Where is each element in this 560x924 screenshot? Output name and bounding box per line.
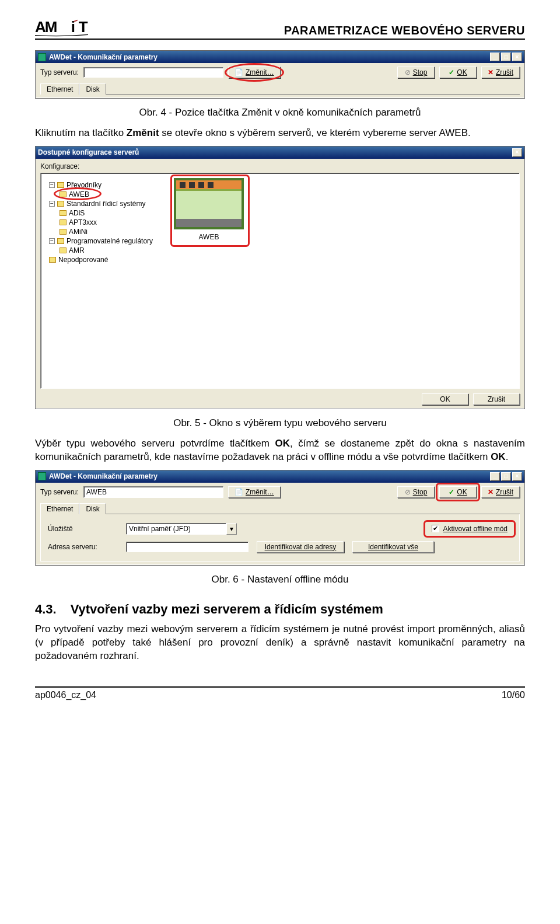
adresa-field[interactable] bbox=[126, 542, 249, 552]
ok-button[interactable]: ✓ OK bbox=[439, 486, 477, 498]
tree-item[interactable]: APT3xxx bbox=[69, 218, 97, 226]
folder-icon bbox=[60, 219, 66, 225]
zrusit-button[interactable]: ✕ Zrušit bbox=[481, 486, 520, 498]
figure-caption-5: Obr. 5 - Okno s výběrem typu webového se… bbox=[35, 417, 525, 429]
stop-button[interactable]: ⊘ Stop bbox=[397, 486, 435, 498]
tree-item[interactable]: AMR bbox=[69, 246, 85, 254]
folder-icon bbox=[60, 210, 66, 216]
close-icon[interactable]: × bbox=[512, 53, 522, 61]
uloziste-label: Úložiště bbox=[48, 525, 118, 533]
collapse-icon[interactable]: − bbox=[49, 238, 55, 244]
tree-item[interactable]: AMiNi bbox=[69, 228, 88, 236]
svg-text:T: T bbox=[79, 18, 88, 36]
folder-icon bbox=[57, 201, 64, 207]
zrusit-button[interactable]: Zrušit bbox=[473, 393, 520, 405]
identifikovat-adresy-button[interactable]: Identifikovat dle adresy bbox=[257, 541, 344, 553]
page-header-title: PARAMETRIZACE WEBOVÉHO SERVERU bbox=[284, 24, 525, 37]
window-awdet-1: AWDet - Komunikační parametry _ □ × Typ … bbox=[35, 50, 525, 99]
window-title: AWDet - Komunikační parametry bbox=[49, 472, 158, 480]
figure-caption-6: Obr. 6 - Nastavení offline módu bbox=[35, 574, 525, 585]
chevron-down-icon[interactable]: ▾ bbox=[226, 523, 237, 535]
svg-text:AM: AM bbox=[35, 18, 57, 36]
folder-icon bbox=[60, 229, 66, 235]
typ-serveru-label: Typ serveru: bbox=[40, 488, 79, 496]
window-dostupne-konfigurace: Dostupné konfigurace serverů × Konfigura… bbox=[35, 146, 525, 409]
maximize-icon[interactable]: □ bbox=[501, 53, 511, 61]
paragraph-1: Kliknutím na tlačítko Změnit se otevře o… bbox=[35, 127, 525, 140]
footer-page-number: 10/60 bbox=[502, 690, 525, 700]
stop-icon: ⊘ bbox=[405, 68, 411, 76]
device-aweb-icon[interactable] bbox=[174, 178, 244, 229]
figure-caption-4: Obr. 4 - Pozice tlačítka Změnit v okně k… bbox=[35, 107, 525, 118]
identifikovat-vse-button[interactable]: Identifikovat vše bbox=[352, 541, 434, 553]
tree-item-aweb[interactable]: AWEB bbox=[69, 190, 89, 198]
minimize-icon[interactable]: _ bbox=[490, 53, 500, 61]
app-icon bbox=[38, 472, 46, 480]
collapse-icon[interactable]: − bbox=[49, 182, 55, 188]
zmenit-button[interactable]: 📄 Změnit… bbox=[228, 67, 281, 78]
document-icon: 📄 bbox=[235, 68, 243, 76]
check-icon: ✓ bbox=[449, 488, 454, 496]
ok-button[interactable]: OK bbox=[422, 393, 468, 405]
device-label: AWEB bbox=[199, 233, 219, 241]
tab-disk[interactable]: Disk bbox=[79, 83, 106, 95]
app-icon bbox=[38, 53, 46, 61]
paragraph-3: Pro vytvoření vazby mezi webovým servere… bbox=[35, 623, 525, 663]
paragraph-2: Výběr typu webového serveru potvrdíme tl… bbox=[35, 437, 525, 464]
stop-icon: ⊘ bbox=[405, 488, 411, 496]
folder-icon bbox=[60, 247, 66, 253]
folder-icon bbox=[57, 182, 64, 188]
tree-item[interactable]: Nepodporované bbox=[58, 256, 108, 264]
minimize-icon[interactable]: _ bbox=[490, 472, 500, 481]
folder-icon bbox=[60, 191, 66, 197]
window-title: AWDet - Komunikační parametry bbox=[49, 53, 158, 61]
uloziste-select[interactable]: Vnitřní paměť (JFD) ▾ bbox=[126, 523, 237, 535]
tab-ethernet[interactable]: Ethernet bbox=[40, 83, 79, 95]
collapse-icon[interactable]: − bbox=[49, 201, 55, 207]
window-title: Dostupné konfigurace serverů bbox=[38, 148, 139, 156]
typ-serveru-field[interactable]: AWEB bbox=[83, 486, 223, 498]
offline-label[interactable]: Aktivovat offline mód bbox=[443, 525, 508, 533]
check-icon: ✓ bbox=[449, 68, 454, 76]
zrusit-button[interactable]: ✕ Zrušit bbox=[481, 67, 520, 78]
ok-button[interactable]: ✓ OK bbox=[439, 67, 477, 78]
x-icon: ✕ bbox=[488, 488, 494, 496]
typ-serveru-field[interactable] bbox=[83, 67, 223, 78]
config-tree[interactable]: −Převodníky AWEB −Standardní řídicí syst… bbox=[46, 178, 162, 264]
stop-button[interactable]: ⊘ Stop bbox=[397, 67, 435, 78]
tab-disk[interactable]: Disk bbox=[79, 503, 106, 514]
close-icon[interactable]: × bbox=[512, 148, 522, 157]
footer-doc-id: ap0046_cz_04 bbox=[35, 690, 96, 700]
tab-ethernet[interactable]: Ethernet bbox=[40, 503, 79, 514]
zmenit-button[interactable]: 📄 Změnit… bbox=[228, 486, 281, 498]
close-icon[interactable]: × bbox=[512, 472, 522, 481]
tree-item[interactable]: ADiS bbox=[69, 209, 85, 217]
adresa-label: Adresa serveru: bbox=[48, 543, 118, 551]
konfigurace-label: Konfigurace: bbox=[40, 162, 520, 170]
folder-icon bbox=[57, 238, 64, 244]
x-icon: ✕ bbox=[488, 68, 494, 76]
offline-checkbox[interactable]: ✔ bbox=[432, 525, 439, 532]
window-awdet-2: AWDet - Komunikační parametry _ □ × Typ … bbox=[35, 470, 525, 566]
maximize-icon[interactable]: □ bbox=[501, 472, 511, 481]
section-4-3-heading: 4.3.Vytvoření vazby mezi serverem a řídi… bbox=[35, 602, 525, 617]
amit-logo: AM i T bbox=[35, 18, 111, 37]
typ-serveru-label: Typ serveru: bbox=[40, 68, 79, 76]
folder-icon bbox=[49, 257, 56, 263]
document-icon: 📄 bbox=[235, 488, 243, 496]
